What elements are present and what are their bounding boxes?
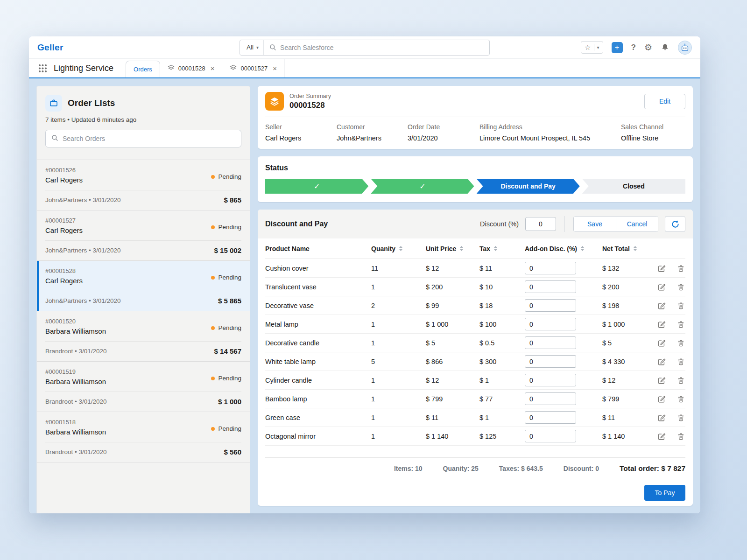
cancel-button[interactable]: Cancel [616,217,658,231]
order-stat: Taxes: $ 643.5 [499,465,543,472]
order-list-item[interactable]: #00001518 Barbara Williamson Pending Bra… [37,412,250,462]
refresh-button[interactable] [665,216,685,232]
status-step-discount-and-pay[interactable]: Discount and Pay [477,179,580,194]
delete-row-icon[interactable] [677,432,685,441]
delete-row-icon[interactable] [677,283,685,291]
edit-row-icon[interactable] [657,264,666,273]
column-label: Add-on Disc. (%) [525,245,577,252]
add-icon[interactable]: + [612,42,623,53]
close-icon[interactable]: × [271,65,277,72]
product-quantity: 1 [371,433,426,440]
products-table-header: Product Name Quanity Unit Price Tax Add-… [265,238,685,259]
addon-discount-input[interactable] [525,374,576,386]
addon-discount-input[interactable] [525,411,576,424]
tab-record[interactable]: 00001527 × [222,59,285,77]
settings-gear-icon[interactable]: ⚙ [644,43,652,52]
discount-percent-label: Discount (%) [480,220,519,228]
order-list-item[interactable]: #00001519 Barbara Williamson Pending Bra… [37,362,250,412]
edit-row-icon[interactable] [657,413,666,422]
order-meta: John&Partners • 3/01/2020 [45,196,121,203]
column-header[interactable]: Tax [479,245,525,252]
delete-row-icon[interactable] [677,339,685,347]
product-row: Cylinder candle 1 $ 12 $ 1 $ 12 [265,371,685,390]
help-icon[interactable]: ? [631,43,636,52]
edit-row-icon[interactable] [657,283,666,291]
search-icon [269,44,276,51]
order-amount: $ 1 000 [218,398,241,406]
close-icon[interactable]: × [209,65,215,72]
edit-row-icon[interactable] [657,339,666,347]
addon-discount-input[interactable] [525,355,576,368]
search-scope-button[interactable]: All ▾ [240,40,264,55]
delete-row-icon[interactable] [677,301,685,310]
addon-discount-input[interactable] [525,262,576,274]
tab-orders[interactable]: Orders [126,61,160,77]
order-list-item[interactable]: #00001527 Carl Rogers Pending John&Partn… [37,210,250,261]
edit-row-icon[interactable] [657,301,666,310]
column-header[interactable]: Add-on Disc. (%) [525,245,602,252]
delete-row-icon[interactable] [677,395,685,403]
status-dot-icon [211,427,215,431]
delete-row-icon[interactable] [677,320,685,329]
order-list-item[interactable]: #00001520 Barbara Williamson Pending Bra… [37,311,250,362]
status-dot-icon [211,225,215,229]
edit-row-icon[interactable] [657,376,666,385]
save-button[interactable]: Save [574,217,616,231]
discount-and-pay-card: Discount and Pay Discount (%) Save Cance… [258,210,693,506]
product-tax: $ 0.5 [479,339,525,347]
product-net-total: $ 5 [602,339,657,347]
edit-row-icon[interactable] [657,432,666,441]
app-launcher-waffle-icon[interactable] [38,64,47,73]
delete-row-icon[interactable] [677,357,685,366]
edit-row-icon[interactable] [657,320,666,329]
product-net-total: $ 1 000 [602,321,657,328]
product-tax: $ 100 [479,321,525,328]
order-status-label: Pending [218,274,241,281]
order-status-badge: Pending [211,425,241,432]
delete-row-icon[interactable] [677,413,685,422]
column-header[interactable]: Unit Price [426,245,479,252]
summary-field: Billing Address Limore Court Mount Prosp… [479,123,621,142]
notifications-bell-icon[interactable] [661,43,669,52]
addon-discount-input[interactable] [525,299,576,312]
delete-row-icon[interactable] [677,264,685,273]
favorites-button[interactable]: ☆ ▾ [581,41,603,54]
order-list-item[interactable]: #00001528 Carl Rogers Pending John&Partn… [37,261,250,311]
product-unit-price: $ 5 [426,339,479,347]
discount-percent-input[interactable] [525,217,556,231]
order-meta: Brandroot • 3/01/2020 [45,348,107,355]
product-quantity: 1 [371,339,426,347]
edit-row-icon[interactable] [657,395,666,403]
delete-row-icon[interactable] [677,376,685,385]
order-stats: Items: 10Quanity: 25Taxes: $ 643.5Discou… [265,457,685,479]
addon-discount-input[interactable] [525,336,576,349]
check-icon: ✓ [419,182,425,191]
addon-discount-input[interactable] [525,392,576,405]
chevron-down-icon: ▾ [256,45,259,50]
to-pay-button[interactable]: To Pay [644,485,685,501]
summary-field: Seller Carl Rogers [265,123,337,142]
column-header[interactable]: Quanity [371,245,426,252]
product-name: Decorative candle [265,339,371,347]
status-path: ✓✓Discount and PayClosed [265,179,685,194]
orders-search-input[interactable] [63,135,235,142]
edit-button[interactable]: Edit [644,94,685,109]
user-avatar[interactable] [678,41,692,55]
layers-icon [230,64,237,72]
status-step-done-2[interactable]: ✓ [371,179,474,194]
status-step-closed[interactable]: Closed [582,179,685,194]
addon-discount-input[interactable] [525,318,576,330]
product-name: Cylinder candle [265,377,371,384]
global-search-input[interactable] [280,44,489,51]
product-quantity: 1 [371,377,426,384]
tab-record[interactable]: 00001528 × [160,59,223,77]
order-list-item[interactable]: #00001526 Carl Rogers Pending John&Partn… [37,160,250,210]
column-header[interactable]: Net Total [602,245,657,252]
field-label: Customer [337,123,403,131]
order-lists-panel: Order Lists 7 items • Updated 6 minutes … [36,86,250,513]
edit-row-icon[interactable] [657,357,666,366]
addon-discount-input[interactable] [525,280,576,293]
status-step-done-1[interactable]: ✓ [265,179,368,194]
addon-discount-input[interactable] [525,430,576,442]
order-amount: $ 5 865 [218,297,241,305]
